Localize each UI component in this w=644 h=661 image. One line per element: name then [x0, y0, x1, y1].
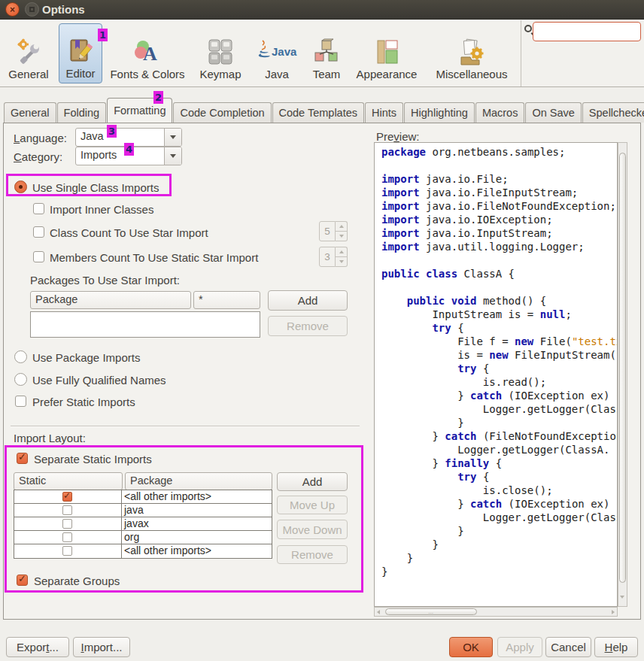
vertical-scroll-thumb[interactable]: [619, 153, 626, 583]
tab-hints[interactable]: Hints: [365, 102, 403, 123]
maximize-icon[interactable]: [25, 2, 39, 17]
use-single-class-imports-radio[interactable]: [14, 180, 27, 193]
ok-button[interactable]: OK: [449, 637, 493, 657]
table-row[interactable]: <all other imports>: [14, 544, 272, 558]
scroll-up-icon[interactable]: [620, 145, 625, 150]
tab-code-templates[interactable]: Code Templates: [272, 102, 365, 123]
vertical-scrollbar[interactable]: [618, 142, 627, 607]
tab-on-save[interactable]: On Save: [525, 102, 581, 123]
row-package-cell[interactable]: <all other imports>: [122, 544, 272, 558]
star-table-header-package[interactable]: Package: [30, 291, 191, 309]
layout-remove-button[interactable]: Remove: [277, 545, 348, 564]
toolbar-item-fonts-colors[interactable]: A Fonts & Colors: [109, 23, 186, 83]
row-static-checkbox[interactable]: [62, 519, 72, 529]
import-button[interactable]: Import...: [73, 637, 130, 657]
use-fully-qualified-names-label: Use Fully Qualified Names: [32, 374, 166, 387]
row-static-checkbox[interactable]: [62, 546, 72, 556]
cancel-button[interactable]: Cancel: [545, 637, 591, 657]
row-package-cell[interactable]: javax: [122, 517, 272, 530]
members-count-value: 3: [319, 247, 336, 267]
class-count-spinner[interactable]: 5: [319, 221, 348, 241]
toolbar-item-team[interactable]: Team: [304, 23, 349, 83]
tab-general[interactable]: General: [4, 102, 56, 123]
tab-code-completion[interactable]: Code Completion: [173, 102, 271, 123]
import-layout-table[interactable]: <all other imports> java javax org <all …: [14, 490, 272, 559]
annotation-badge-1: 1: [98, 29, 108, 41]
tab-macros[interactable]: Macros: [475, 102, 525, 123]
row-static-checkbox[interactable]: [62, 505, 72, 515]
star-table-body[interactable]: [30, 311, 260, 338]
layout-add-button[interactable]: Add: [277, 472, 348, 491]
prefer-static-imports-checkbox[interactable]: [15, 396, 26, 407]
row-package-cell[interactable]: org: [122, 531, 272, 544]
toolbar-label-java: Java: [265, 68, 289, 83]
toolbar-label-appearance: Appearance: [357, 68, 418, 83]
table-row[interactable]: javax: [14, 517, 272, 531]
toolbar-label-fonts-colors: Fonts & Colors: [110, 68, 184, 83]
scroll-left-icon[interactable]: [377, 610, 380, 614]
class-count-label: Class Count To Use Star Import: [50, 226, 208, 239]
layout-header-static[interactable]: Static: [14, 472, 123, 490]
apply-button[interactable]: Apply: [497, 637, 542, 657]
help-button[interactable]: Help: [594, 637, 638, 657]
tab-spellchecker[interactable]: Spellchecker: [582, 102, 644, 123]
toolbar-item-editor[interactable]: Editor: [59, 23, 102, 83]
members-count-checkbox[interactable]: [33, 251, 44, 262]
use-package-imports-radio[interactable]: [14, 350, 27, 363]
titlebar: × Options: [0, 0, 644, 20]
separate-static-imports-label: Separate Static Imports: [34, 453, 152, 465]
category-value: Imports: [76, 147, 164, 165]
toolbar-item-miscellaneous[interactable]: Miscellaneous: [427, 23, 516, 83]
star-add-button[interactable]: Add: [268, 290, 348, 311]
row-package-cell[interactable]: <all other imports>: [122, 490, 272, 503]
preview-label: Preview:: [376, 130, 420, 143]
annotation-badge-2: 2: [153, 91, 163, 104]
horizontal-scrollbar[interactable]: ⋯: [374, 607, 618, 617]
spinner-up-icon: [336, 247, 348, 256]
options-window: × Options General: [0, 0, 644, 661]
horizontal-scroll-thumb[interactable]: ⋯: [385, 608, 477, 615]
row-static-checkbox[interactable]: [62, 492, 72, 502]
table-row[interactable]: java: [14, 504, 272, 517]
appearance-icon: [374, 38, 399, 66]
chevron-down-icon[interactable]: [164, 147, 181, 165]
table-row[interactable]: <all other imports>: [14, 490, 272, 504]
editor-icon: [68, 37, 93, 65]
category-label: Category:: [14, 150, 62, 163]
scroll-right-icon[interactable]: [612, 610, 615, 614]
move-up-button[interactable]: Move Up: [277, 496, 348, 514]
separate-groups-checkbox[interactable]: [17, 575, 28, 586]
star-remove-button[interactable]: Remove: [268, 316, 348, 336]
toolbar-separator: [521, 20, 521, 86]
layout-header-package[interactable]: Package: [125, 472, 272, 490]
toolbar-item-appearance[interactable]: Appearance: [352, 23, 421, 83]
tab-highlighting[interactable]: Highlighting: [404, 102, 475, 123]
table-row[interactable]: org: [14, 531, 272, 544]
members-count-label: Members Count To Use Static Star Import: [50, 251, 258, 264]
export-button[interactable]: Export...: [6, 637, 69, 657]
preview-code: package org.netbeans.samples; import jav…: [375, 143, 617, 578]
tab-folding[interactable]: Folding: [57, 102, 107, 123]
toolbar-item-general[interactable]: General: [6, 23, 51, 83]
row-package-cell[interactable]: java: [122, 504, 272, 517]
toolbar-item-java[interactable]: Java Java: [254, 23, 299, 83]
use-fully-qualified-names-radio[interactable]: [14, 373, 27, 386]
close-icon[interactable]: ×: [5, 2, 20, 17]
chevron-down-icon[interactable]: [164, 129, 181, 146]
members-count-spinner[interactable]: 3: [319, 247, 348, 267]
class-count-checkbox[interactable]: [33, 226, 44, 238]
scroll-down-icon[interactable]: [620, 599, 625, 604]
spinner-up-icon: [336, 221, 348, 231]
preview-pane: package org.netbeans.samples; import jav…: [374, 142, 618, 607]
star-table-header-star[interactable]: *: [193, 291, 260, 309]
toolbar-item-keymap[interactable]: Keymap: [192, 23, 249, 83]
prefer-static-imports-label: Prefer Static Imports: [32, 396, 135, 408]
import-inner-classes-checkbox[interactable]: [33, 203, 44, 214]
move-down-button[interactable]: Move Down: [277, 520, 348, 539]
use-single-class-imports-label: Use Single Class Imports: [32, 181, 159, 194]
fonts-colors-icon: A: [132, 38, 163, 66]
search-input[interactable]: [533, 22, 641, 41]
language-label: Language:: [14, 132, 67, 144]
separate-static-imports-checkbox[interactable]: [17, 453, 28, 464]
row-static-checkbox[interactable]: [62, 532, 72, 542]
